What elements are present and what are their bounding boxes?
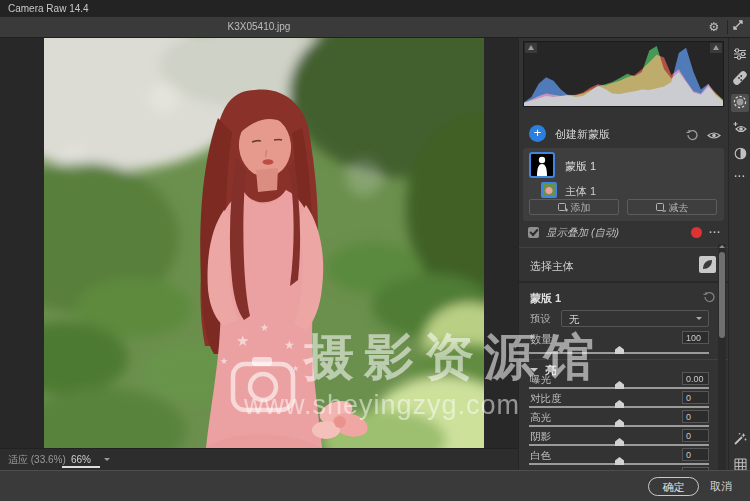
- slider-thumb[interactable]: [615, 346, 624, 354]
- app-title: Camera Raw 14.4: [8, 3, 89, 14]
- mask-list: 蒙版 1 主体 1 添加 减去: [523, 148, 724, 221]
- add-button[interactable]: 添加: [529, 199, 619, 215]
- more-tools-icon[interactable]: ...: [731, 168, 749, 186]
- overlay-options-icon[interactable]: ...: [709, 223, 721, 235]
- slider-thumb[interactable]: [615, 438, 624, 446]
- adjustments-panel: + 创建新蒙版 蒙版 1 主体 1 添加 减去: [518, 38, 728, 470]
- divider: [519, 281, 728, 283]
- open-filename: K3X05410.jpg: [0, 17, 518, 37]
- slider-label: 对比度: [530, 392, 562, 406]
- select-subject-label: 选择主体: [530, 259, 574, 274]
- highlights-slider[interactable]: [529, 425, 709, 427]
- shadows-slider[interactable]: [529, 444, 709, 446]
- fit-zoom-label: 适应 (33.6%): [8, 449, 66, 471]
- contrast-slider[interactable]: [529, 406, 709, 408]
- component-thumbnail[interactable]: [541, 182, 557, 198]
- slider-label: 曝光: [530, 373, 551, 387]
- chevron-down-icon[interactable]: [104, 458, 110, 464]
- cancel-button[interactable]: 取消: [710, 477, 732, 496]
- amount-slider[interactable]: [529, 352, 709, 354]
- show-overlay-checkbox[interactable]: [528, 227, 539, 238]
- slider-thumb[interactable]: [615, 400, 624, 408]
- slider-label: 白色: [530, 449, 551, 463]
- chevron-down-icon: [696, 317, 702, 323]
- filename-bar: K3X05410.jpg ⚙: [0, 17, 750, 38]
- edit-tool-icon[interactable]: [731, 46, 749, 64]
- panel-scrollbar[interactable]: [718, 244, 726, 470]
- histogram[interactable]: [523, 41, 724, 107]
- slider-value[interactable]: 0: [682, 410, 709, 423]
- fullscreen-icon[interactable]: [728, 17, 748, 37]
- slider-thumb[interactable]: [615, 381, 624, 389]
- masking-tool-icon[interactable]: [731, 94, 749, 112]
- preset-label: 预设: [530, 312, 551, 326]
- mask-name: 蒙版 1: [565, 159, 596, 174]
- scrollbar-thumb[interactable]: [719, 252, 725, 338]
- image-viewport[interactable]: [0, 38, 518, 448]
- titlebar: Camera Raw 14.4: [0, 0, 750, 17]
- whites-slider[interactable]: [529, 463, 709, 465]
- healing-tool-icon[interactable]: [731, 70, 749, 88]
- subtract-button[interactable]: 减去: [627, 199, 717, 215]
- reset-icon[interactable]: [702, 291, 716, 305]
- slider-label: 高光: [530, 411, 551, 425]
- slider-thumb[interactable]: [615, 457, 624, 465]
- photo-canvas[interactable]: [44, 38, 484, 448]
- gear-icon[interactable]: ⚙: [704, 17, 724, 37]
- slider-value[interactable]: 0: [682, 391, 709, 404]
- zoom-level-select[interactable]: 66%: [62, 452, 100, 468]
- divider: [519, 359, 728, 360]
- show-overlay-label: 显示叠加 (自动): [546, 226, 619, 240]
- scroll-up-icon[interactable]: [719, 245, 725, 248]
- photo-illustration: [44, 38, 484, 448]
- wand-icon[interactable]: [731, 431, 749, 449]
- slider-value[interactable]: 0: [682, 429, 709, 442]
- tool-strip: ...: [728, 38, 750, 470]
- presets-tool-icon[interactable]: [731, 146, 749, 164]
- slider-thumb[interactable]: [615, 419, 624, 427]
- create-mask-label: 创建新蒙版: [555, 127, 610, 142]
- preset-dropdown[interactable]: 无: [561, 310, 709, 327]
- reset-masks-icon[interactable]: [685, 127, 699, 145]
- overlay-color-swatch[interactable]: [691, 227, 702, 238]
- slider-value[interactable]: 0: [682, 448, 709, 461]
- dialog-footer: 确定 取消: [0, 470, 750, 501]
- ok-button[interactable]: 确定: [648, 477, 699, 496]
- create-mask-button[interactable]: +: [529, 125, 546, 142]
- slider-label: 阴影: [530, 430, 551, 444]
- select-subject-button[interactable]: [699, 256, 716, 273]
- shadow-clipping-icon[interactable]: [525, 43, 537, 53]
- divider: [519, 247, 728, 248]
- highlight-clipping-icon[interactable]: [710, 43, 722, 53]
- amount-label: 数量: [530, 332, 552, 347]
- red-eye-tool-icon[interactable]: [731, 120, 749, 138]
- camera-raw-window: Camera Raw 14.4 K3X05410.jpg ⚙: [0, 0, 750, 501]
- exposure-slider[interactable]: [529, 387, 709, 389]
- mask-section-title: 蒙版 1: [530, 291, 561, 306]
- mask-thumbnail[interactable]: [529, 152, 555, 178]
- eye-icon[interactable]: [707, 127, 721, 145]
- slider-value[interactable]: 0.00: [682, 372, 709, 385]
- component-name: 主体 1: [565, 184, 596, 199]
- viewport-footer: 适应 (33.6%) 66%: [0, 448, 518, 470]
- amount-value[interactable]: 100: [682, 331, 709, 344]
